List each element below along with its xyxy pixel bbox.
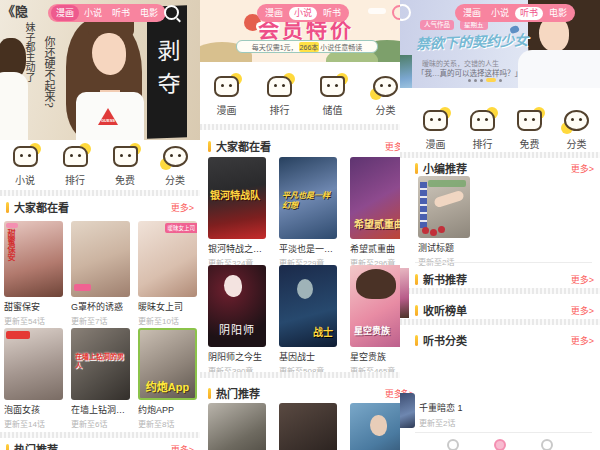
free-icon	[113, 146, 138, 167]
section-hot-recommend: 热门推荐 更多>	[200, 385, 400, 401]
menu-item-recharge[interactable]: 储值	[312, 74, 354, 117]
tab-comic[interactable]: 漫画	[458, 5, 486, 21]
search-icon[interactable]	[164, 5, 179, 20]
section-accent-bar	[208, 141, 211, 152]
section-accent-bar	[415, 274, 418, 285]
section-accent-bar	[6, 444, 9, 450]
comic-card[interactable]: G罩杯的诱惑 更新至7话	[71, 221, 130, 326]
tab-bar-icon[interactable]	[447, 439, 459, 450]
banner-dark-panel-text: 剥夺	[150, 38, 184, 105]
carousel-dots[interactable]	[400, 78, 570, 82]
banner-girl-face	[92, 33, 126, 75]
cover-vertical-text-strip	[420, 182, 427, 228]
more-link[interactable]: 更多>	[571, 304, 594, 317]
menu-item-rank[interactable]: 排行	[259, 74, 301, 117]
novel-cover[interactable]	[350, 403, 400, 450]
menu-item-comic[interactable]: 漫画	[415, 108, 457, 151]
comic-card[interactable]: 泡面女孩 更新至14话	[4, 328, 63, 429]
novel-card[interactable]: 银河特战队 银河特战之规则 更新至324章	[208, 157, 266, 268]
menu-item-rank[interactable]: 排行	[462, 108, 504, 151]
banner-dark-panel: 剥夺	[147, 5, 187, 138]
section-accent-bar	[415, 163, 418, 174]
quick-menu: 漫画 排行 免费 分类	[400, 108, 600, 151]
search-icon[interactable]	[392, 5, 400, 20]
comic-cover	[4, 328, 63, 400]
more-link[interactable]: 更多>	[171, 201, 194, 214]
comic-card[interactable]: 在墙上钻洞的男人 在墙上钻洞的男... 更新至6话	[71, 328, 130, 429]
free-icon	[517, 110, 542, 131]
novel-cover[interactable]	[279, 403, 337, 450]
more-link[interactable]: 更多>	[571, 273, 594, 286]
top-nav: 漫画 小说 听书	[257, 4, 349, 22]
menu-item-novel[interactable]: 小说	[4, 144, 46, 187]
comic-card[interactable]: 甜蜜保安 甜蜜保安 更新至54话	[4, 221, 63, 326]
top-nav: 漫画 小说 听书 电影	[48, 4, 166, 22]
comic-card[interactable]: 暖昧女上司 暖昧女上司 更新至10话	[138, 221, 197, 326]
list-item-thumbnail	[400, 393, 415, 428]
menu-item-comic[interactable]: 漫画	[206, 74, 248, 117]
section-new-books: 新书推荐 更多>	[400, 271, 600, 287]
hot-recommend-row	[208, 403, 400, 450]
more-link[interactable]: 更多>	[385, 387, 400, 400]
divider	[200, 124, 400, 130]
comic-icon	[423, 110, 448, 131]
tab-comic[interactable]: 漫画	[51, 5, 79, 21]
tab-audiobook[interactable]: 听书	[107, 5, 135, 21]
banner-title-fragment: 《隐	[2, 1, 28, 20]
banner-badge-popular: 人气作品	[420, 20, 454, 30]
tab-novel[interactable]: 小说	[79, 5, 107, 21]
tab-audiobook[interactable]: 听书	[318, 5, 346, 21]
section-title: 听书分类	[423, 332, 571, 348]
menu-item-category[interactable]: 分类	[154, 144, 196, 187]
comic-card[interactable]: 约炮App 约炮APP 更新至8话	[138, 328, 197, 429]
menu-item-category[interactable]: 分类	[556, 108, 598, 151]
novel-card[interactable]: 战士 基因战士 更新至508章	[279, 265, 337, 376]
tab-movie[interactable]: 电影	[135, 5, 163, 21]
section-audiobook-category: 听书分类 更多>	[400, 332, 600, 348]
novel-card[interactable]: 希望贰重曲 希望贰重曲 更新至296章	[350, 157, 400, 268]
section-editor-recommend: 小编推荐 更多>	[400, 160, 600, 176]
tab-comic[interactable]: 漫画	[260, 5, 288, 21]
quick-menu: 小说 排行 免费 分类	[0, 144, 200, 187]
rank-icon	[470, 110, 495, 131]
divider	[200, 372, 400, 378]
section-title: 大家都在看	[14, 199, 171, 215]
bottom-tab-bar	[400, 439, 600, 450]
banner-caption-vertical-1: 妹子都主动了	[22, 22, 37, 114]
menu-item-free[interactable]: 免费	[509, 108, 551, 151]
section-title: 热门推荐	[14, 441, 171, 450]
section-title: 热门推荐	[216, 385, 385, 401]
novel-card[interactable]: 平凡也是一样幻想 平淡也是一样幻... 更新至229章	[279, 157, 337, 268]
more-link[interactable]: 更多>	[571, 162, 594, 175]
tab-bar-icon[interactable]	[494, 439, 506, 450]
novel-card[interactable]: 阴阳师 阴阳师之今生 更新至390章	[208, 265, 266, 376]
menu-item-category[interactable]: 分类	[365, 74, 401, 117]
tab-bar-icon[interactable]	[541, 439, 553, 450]
more-link[interactable]: 更多>	[171, 443, 194, 450]
divider	[400, 288, 600, 294]
novel-card[interactable]: 星空贵族 星空贵族 更新至465章	[350, 265, 400, 376]
section-accent-bar	[208, 388, 211, 399]
editor-recommend-card[interactable]: 测试标题 更新至2话	[418, 176, 470, 267]
cover-figure	[433, 190, 465, 209]
divider	[0, 432, 200, 438]
audiobook-list-item[interactable]: 千重暗恋 1 更新至2话	[419, 401, 463, 428]
tab-novel[interactable]: 小说	[486, 5, 514, 21]
tab-novel[interactable]: 小说	[289, 7, 317, 20]
top-nav: 漫画 小说 听书 电影	[455, 4, 575, 22]
category-icon	[373, 76, 398, 97]
app-screens-strip: 《隐 妹子都主动了 你还硬不起来? GUESS 剥夺 漫画 小说 听书 电影 小…	[0, 0, 600, 450]
more-link[interactable]: 更多>	[385, 140, 400, 153]
comic-cover: 在墙上钻洞的男人	[71, 328, 130, 400]
tab-movie[interactable]: 电影	[544, 5, 572, 21]
more-link[interactable]: 更多>	[571, 334, 594, 347]
comic-cover: 甜蜜保安	[4, 221, 63, 297]
menu-item-rank[interactable]: 排行	[54, 144, 96, 187]
novel-cover[interactable]	[208, 403, 266, 450]
screen-audiobook-home: 人气作品 星期五 禁欲下的契约少女 暧昧的关系，交错的人生 「我…真的可以选择这…	[400, 0, 600, 450]
tab-audiobook[interactable]: 听书	[515, 7, 543, 20]
novel-cover: 战士	[279, 265, 337, 347]
menu-item-free[interactable]: 免费	[104, 144, 146, 187]
comic-card-row: 甜蜜保安 甜蜜保安 更新至54话 G罩杯的诱惑 更新至7话 暖昧女上司 暖昧女上…	[4, 221, 197, 326]
divider	[415, 262, 592, 263]
